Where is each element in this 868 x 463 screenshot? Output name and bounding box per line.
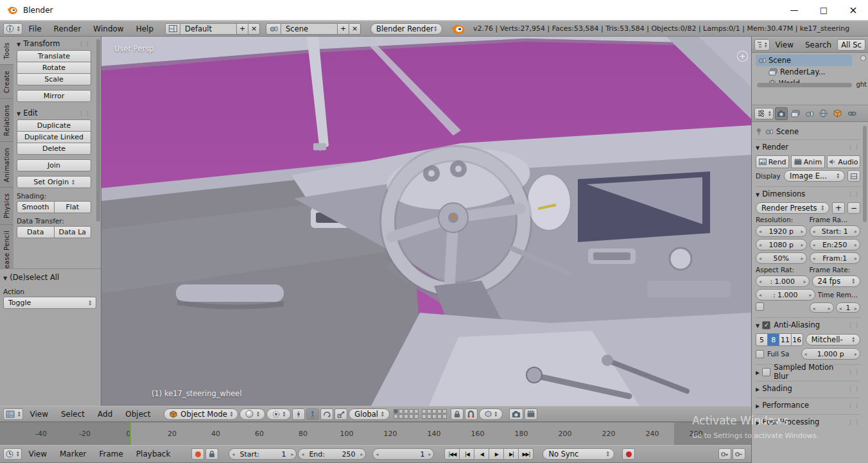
panel-grip-icon[interactable] xyxy=(847,385,860,392)
current-frame-field[interactable]: 1 xyxy=(372,448,434,460)
editor-type-info-button[interactable] xyxy=(3,23,22,35)
post-processing-panel-header[interactable]: Post Processing xyxy=(756,415,860,428)
aspect-y-field[interactable]: : 1.000 xyxy=(756,289,815,301)
tab-tools[interactable]: Tools xyxy=(0,37,13,65)
render-presets-select[interactable]: Render Presets xyxy=(756,202,829,214)
panel-grip-icon[interactable] xyxy=(847,144,860,150)
remap-new-field[interactable]: 1 xyxy=(836,302,860,313)
render-engine-select[interactable]: Blender Render xyxy=(370,23,442,35)
shade-flat-button[interactable]: Flat xyxy=(54,201,92,213)
aa-samples-16-button[interactable]: 16 xyxy=(791,333,803,346)
editor-type-properties-button[interactable] xyxy=(754,108,774,119)
pivot-align-toggle[interactable] xyxy=(292,408,305,420)
editor-type-outliner-button[interactable] xyxy=(754,39,770,51)
aa-samples-8-button[interactable]: 8 xyxy=(767,333,779,346)
dimensions-panel-header[interactable]: Dimensions xyxy=(756,188,860,200)
border-checkbox[interactable] xyxy=(756,302,764,311)
menu-select[interactable]: Select xyxy=(55,410,91,419)
sync-select[interactable]: No Sync xyxy=(542,448,614,460)
frame-step-field[interactable]: Fram:1 xyxy=(810,252,861,264)
frame-start-field[interactable]: Start: 1 xyxy=(810,225,861,237)
aa-samples-11-button[interactable]: 11 xyxy=(779,333,791,346)
aa-filter-select[interactable]: Mitchell- xyxy=(806,334,860,345)
frame-start-field[interactable]: Start: 1 xyxy=(229,448,297,460)
mirror-button[interactable]: Mirror xyxy=(17,90,91,102)
tab-relations[interactable]: Relations xyxy=(0,99,13,142)
current-frame-cursor[interactable] xyxy=(130,423,131,445)
transfer-data-layout-button[interactable]: Data La xyxy=(54,226,92,238)
manipulator-translate-toggle[interactable] xyxy=(306,408,319,420)
outliner-item-scene[interactable]: Scene xyxy=(756,55,852,66)
close-button[interactable]: × xyxy=(838,0,868,20)
pivot-point-select[interactable] xyxy=(266,408,291,420)
render-panel-header[interactable]: Render xyxy=(756,141,860,153)
remap-old-field[interactable] xyxy=(810,302,834,313)
render-button[interactable]: Rend xyxy=(756,155,789,168)
transfer-data-button[interactable]: Data xyxy=(17,226,55,238)
manipulator-rotate-toggle[interactable] xyxy=(320,408,333,420)
layers-widget[interactable] xyxy=(394,409,447,419)
panel-grip-icon[interactable] xyxy=(78,40,91,47)
play-jump-start-button[interactable]: |◀◀ xyxy=(444,448,460,460)
edit-panel-header[interactable]: Edit xyxy=(17,107,91,119)
tab-physics[interactable]: Physics xyxy=(0,188,13,224)
properties-scrollbar[interactable] xyxy=(863,126,867,222)
menu-add[interactable]: Add xyxy=(92,410,118,419)
viewport-3d[interactable]: User Persp (1) ke17_steering_wheel + xyxy=(101,37,751,406)
anti-aliasing-panel-header[interactable]: Anti-Aliasing xyxy=(756,319,860,331)
tool-shelf-scrollbar[interactable] xyxy=(96,39,100,222)
autokey-record-toggle[interactable] xyxy=(191,448,204,460)
delete-layout-button[interactable]: × xyxy=(248,23,260,35)
snap-element-select[interactable] xyxy=(479,408,503,420)
menu-file[interactable]: File xyxy=(23,24,48,33)
opengl-render-button[interactable] xyxy=(509,408,523,420)
screen-layout-icon[interactable] xyxy=(165,23,180,35)
snap-toggle[interactable] xyxy=(465,408,478,420)
menu-tl-playback[interactable]: Playback xyxy=(130,450,177,459)
shade-smooth-button[interactable]: Smooth xyxy=(17,201,55,213)
mode-select[interactable]: Object Mode xyxy=(164,408,238,420)
minimize-button[interactable]: — xyxy=(779,0,809,20)
play-prev-keyframe-button[interactable]: |◀ xyxy=(459,448,474,460)
outliner-item-renderlayers[interactable]: RenderLay... xyxy=(766,66,868,78)
menu-window[interactable]: Window xyxy=(87,24,129,33)
set-origin-select[interactable]: Set Origin xyxy=(17,176,91,188)
join-button[interactable]: Join xyxy=(17,159,91,171)
aspect-x-field[interactable]: : 1.000 xyxy=(756,275,810,287)
delete-scene-button[interactable]: × xyxy=(349,23,361,35)
orientation-select[interactable]: Global xyxy=(349,408,389,420)
tab-render-layers[interactable] xyxy=(789,107,802,120)
outliner-display-filter-select[interactable]: All Sc xyxy=(837,39,865,51)
anti-aliasing-checkbox[interactable] xyxy=(762,321,770,329)
panel-grip-icon[interactable] xyxy=(78,110,91,116)
animation-button[interactable]: Anim xyxy=(791,155,824,168)
panel-grip-icon[interactable] xyxy=(847,191,860,197)
menu-tl-marker[interactable]: Marker xyxy=(54,450,92,459)
panel-grip-icon[interactable] xyxy=(847,369,860,375)
tab-constraints[interactable] xyxy=(846,107,858,120)
outliner-scrollbar-knob[interactable] xyxy=(860,55,866,61)
display-mode-select[interactable]: Image E... xyxy=(784,170,845,182)
play-next-keyframe-button[interactable]: ▶| xyxy=(503,448,519,460)
screen-layout-field[interactable]: Default xyxy=(180,23,237,35)
tab-render[interactable] xyxy=(775,107,788,120)
opengl-render-anim-button[interactable] xyxy=(525,408,537,420)
rotate-button[interactable]: Rotate xyxy=(17,62,91,74)
panel-grip-icon[interactable] xyxy=(847,419,860,425)
duplicate-button[interactable]: Duplicate xyxy=(17,119,91,132)
tab-animation[interactable]: Animation xyxy=(0,142,13,188)
menu-outliner-search[interactable]: Search xyxy=(799,40,837,49)
motion-blur-checkbox[interactable] xyxy=(762,368,770,376)
resolution-y-field[interactable]: 1080 p xyxy=(756,239,807,250)
outliner-hscrollbar[interactable] xyxy=(757,83,852,87)
autokey-layered-toggle[interactable] xyxy=(205,448,218,460)
scene-browse-icon[interactable] xyxy=(266,23,281,35)
preset-add-button[interactable]: + xyxy=(832,202,845,214)
menu-object[interactable]: Object xyxy=(119,410,156,419)
region-expand-button[interactable]: + xyxy=(737,51,748,62)
performance-panel-header[interactable]: Performance xyxy=(756,399,860,412)
translate-button[interactable]: Translate xyxy=(17,50,91,62)
audio-button[interactable]: Audio xyxy=(827,155,860,168)
menu-tl-frame[interactable]: Frame xyxy=(93,450,128,459)
lock-to-scene-toggle[interactable] xyxy=(451,408,464,420)
